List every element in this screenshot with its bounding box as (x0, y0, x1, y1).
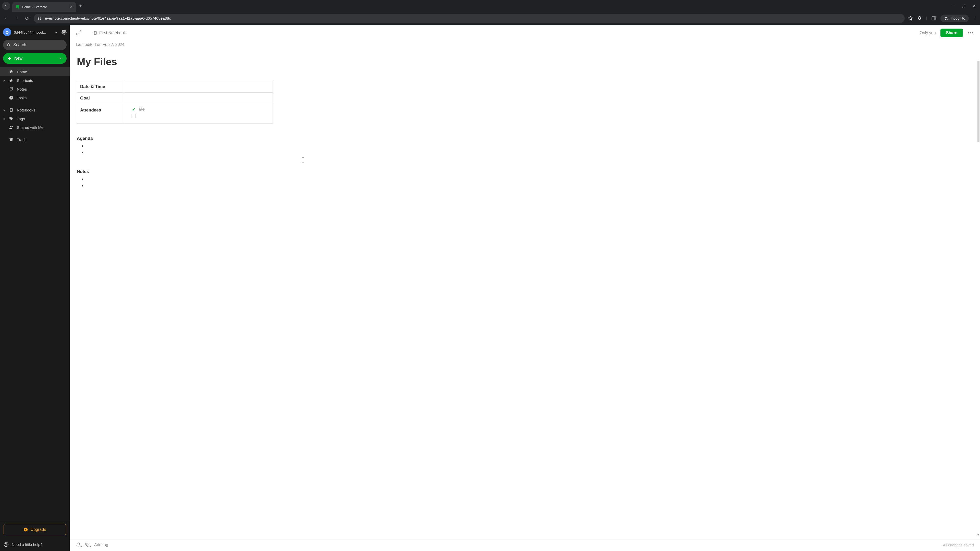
svg-point-10 (7, 44, 10, 46)
account-dropdown-icon[interactable] (54, 30, 58, 35)
expand-triangle-icon[interactable]: ▶ (3, 79, 6, 82)
notes-list[interactable] (77, 177, 973, 190)
tab-title: Home - Evernote (22, 5, 68, 9)
back-button[interactable]: ← (3, 16, 10, 21)
meta-value-date[interactable] (124, 81, 272, 92)
svg-rect-7 (932, 17, 936, 20)
tab-search-dropdown[interactable] (2, 2, 10, 10)
sidebar-item-shortcuts[interactable]: ▶ Shortcuts (0, 76, 70, 85)
add-tag-input[interactable]: Add tag (94, 543, 108, 547)
incognito-badge[interactable]: Incognito (940, 14, 969, 22)
sidebar-item-shared[interactable]: Shared with Me (0, 123, 70, 132)
sidebar-item-tasks[interactable]: Tasks (0, 94, 70, 102)
sidebar-item-tags[interactable]: ▶ Tags (0, 114, 70, 123)
checkbox-checked-icon[interactable]: ✓ (131, 107, 136, 112)
browser-url-bar: ← → ⟳ evernote.com/client/web#/note/61e4… (0, 12, 980, 25)
shared-icon (9, 125, 14, 130)
svg-point-21 (10, 126, 11, 127)
expand-note-icon[interactable] (76, 30, 83, 36)
tab-close-icon[interactable]: ✕ (70, 5, 73, 10)
browser-menu-icon[interactable]: ⋮ (973, 16, 977, 21)
main-content: First Notebook Only you Share ••• Last e… (70, 25, 980, 551)
expand-triangle-icon[interactable]: ▶ (3, 118, 6, 120)
scroll-down-arrow-icon[interactable]: ▼ (977, 534, 980, 536)
new-button-label: New (14, 56, 22, 61)
note-title[interactable]: My Files (77, 56, 973, 68)
table-row: Attendees ✓ Me (77, 104, 272, 124)
account-email[interactable]: 6d44f5c4@mood... (14, 30, 52, 35)
bookmark-icon[interactable] (908, 16, 913, 21)
scrollbar[interactable] (977, 61, 980, 163)
add-tag-icon[interactable]: + (85, 542, 90, 548)
list-item[interactable] (86, 144, 973, 150)
search-input[interactable]: Search (3, 40, 67, 50)
checkbox-empty-icon[interactable] (131, 114, 136, 118)
checklist-item[interactable]: ✓ Me (131, 107, 266, 112)
agenda-list[interactable] (77, 144, 973, 157)
maximize-icon[interactable]: ▢ (962, 3, 966, 8)
chevron-down-icon (59, 56, 62, 60)
meta-value-attendees[interactable]: ✓ Me (124, 104, 272, 124)
window-controls: ─ ▢ ✕ (952, 3, 978, 8)
notebook-breadcrumb[interactable]: First Notebook (93, 30, 126, 35)
table-row: Goal (77, 93, 272, 104)
incognito-icon (944, 16, 948, 21)
svg-line-28 (76, 33, 78, 35)
forward-button[interactable]: → (13, 16, 21, 21)
list-item[interactable] (86, 183, 973, 190)
address-bar[interactable]: evernote.com/client/web#/note/61e4aaba-9… (34, 14, 905, 23)
meta-value-goal[interactable] (124, 93, 272, 104)
nav-list: Home ▶ Shortcuts Notes Tasks ▶ Note (0, 67, 70, 516)
sidebar-item-notebooks[interactable]: ▶ Notebooks (0, 106, 70, 114)
note-icon (9, 87, 14, 91)
close-window-icon[interactable]: ✕ (973, 3, 976, 8)
list-item[interactable] (86, 150, 973, 157)
svg-point-9 (64, 32, 65, 33)
url-text: evernote.com/client/web#/note/61e4aaba-9… (45, 16, 171, 21)
share-button[interactable]: Share (940, 29, 963, 37)
svg-line-11 (10, 46, 10, 46)
notebook-icon (93, 30, 97, 35)
add-reminder-icon[interactable]: + (76, 542, 81, 548)
avatar[interactable]: Q (3, 28, 11, 36)
svg-point-0 (38, 17, 39, 18)
more-actions-icon[interactable]: ••• (967, 30, 974, 36)
site-settings-icon[interactable] (37, 16, 42, 21)
save-status: All changes saved (943, 543, 974, 547)
settings-gear-icon[interactable] (62, 30, 67, 35)
svg-point-34 (86, 544, 87, 545)
scroll-thumb[interactable] (977, 61, 980, 142)
incognito-label: Incognito (951, 16, 965, 21)
svg-marker-14 (10, 79, 13, 82)
note-body[interactable]: My Files Date & Time Goal Attendees ✓ (70, 47, 980, 540)
svg-point-20 (10, 118, 11, 118)
extensions-icon[interactable] (917, 16, 922, 21)
account-row: Q 6d44f5c4@mood... (0, 25, 70, 40)
sidebar-item-home[interactable]: Home (0, 67, 70, 76)
side-panel-icon[interactable] (931, 16, 936, 21)
reload-button[interactable]: ⟳ (24, 16, 30, 21)
home-icon (9, 69, 14, 74)
browser-tab[interactable]: Home - Evernote ✕ (12, 2, 76, 12)
minimize-icon[interactable]: ─ (952, 3, 955, 8)
new-button[interactable]: New (3, 53, 67, 64)
checklist-item[interactable] (131, 114, 266, 118)
upgrade-bolt-icon (24, 527, 28, 532)
sharing-status[interactable]: Only you (920, 30, 935, 35)
help-link[interactable]: Need a little help? (0, 539, 70, 551)
svg-point-1 (40, 19, 41, 19)
new-tab-button[interactable]: + (79, 3, 82, 9)
list-item[interactable] (86, 177, 973, 183)
section-heading-agenda: Agenda (77, 136, 973, 141)
upgrade-button[interactable]: Upgrade (3, 524, 66, 535)
expand-triangle-icon[interactable]: ▶ (3, 109, 6, 111)
upgrade-label: Upgrade (30, 527, 46, 532)
sidebar-item-trash[interactable]: Trash (0, 135, 70, 144)
sidebar-item-label: Tasks (17, 96, 27, 100)
sidebar-item-label: Notebooks (17, 108, 35, 112)
sidebar-item-notes[interactable]: Notes (0, 85, 70, 94)
plus-icon (7, 56, 12, 61)
note-toolbar: First Notebook Only you Share ••• (70, 25, 980, 41)
meta-table: Date & Time Goal Attendees ✓ Me (77, 81, 273, 124)
section-heading-notes: Notes (77, 169, 973, 174)
